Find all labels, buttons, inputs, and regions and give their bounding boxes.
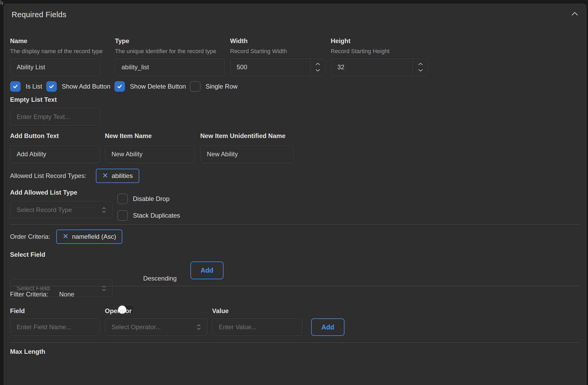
width-description: Record Starting Width (230, 48, 325, 55)
filter-field-group: Field (10, 307, 100, 336)
disable-drop-checkbox[interactable] (117, 194, 128, 204)
type-label: Type (115, 37, 225, 45)
add-allowed-list-type-label: Add Allowed List Type (10, 189, 77, 196)
new-item-name-group: New Item Name (105, 132, 195, 163)
name-input[interactable] (10, 58, 100, 76)
disable-drop-option[interactable]: Disable Drop (117, 194, 170, 204)
type-input[interactable] (115, 58, 225, 76)
single-row-checkbox[interactable] (190, 81, 200, 92)
namefield-asc-chip[interactable]: ✕ namefield (Asc) (56, 230, 122, 244)
name-description: The display name of the record type (10, 48, 100, 55)
operator-select-placeholder: Select Operator... (111, 323, 161, 331)
type-description: The unique identifier for the record typ… (115, 48, 225, 55)
new-item-unidentified-name-label: New Item Unidentified Name (200, 132, 294, 140)
remove-chip-icon[interactable]: ✕ (63, 233, 69, 240)
order-criteria-label: Order Criteria: (10, 233, 50, 240)
filter-value-input[interactable] (212, 318, 302, 336)
record-type-select-placeholder: Select Record Type (17, 206, 72, 214)
filter-field-label: Field (10, 307, 100, 315)
divider (10, 224, 579, 225)
operator-select[interactable]: Select Operator... (105, 318, 207, 336)
new-item-name-input[interactable] (105, 145, 195, 163)
filter-field-input[interactable] (10, 318, 100, 336)
mouse-cursor-icon (0, 0, 4, 6)
chip-label: abilities (112, 172, 133, 180)
select-caret-icon (102, 207, 106, 213)
filter-operator-group: Operator Select Operator... (105, 307, 207, 336)
disable-drop-label: Disable Drop (133, 195, 170, 203)
chevron-up-icon (571, 11, 578, 16)
filter-operator-label: Operator (105, 307, 207, 315)
order-criteria-row: Order Criteria: ✕ namefield (Asc) (10, 230, 122, 244)
single-row-label: Single Row (206, 83, 237, 90)
show-delete-button-label: Show Delete Button (130, 83, 186, 90)
filter-value-label: Value (212, 307, 302, 315)
chip-label: namefield (Asc) (72, 233, 116, 240)
new-item-name-label: New Item Name (105, 132, 195, 140)
add-filter-criteria-button[interactable]: Add (311, 318, 344, 336)
required-fields-panel: Required Fields Name The display name of… (4, 4, 586, 385)
empty-list-text-input[interactable] (10, 108, 100, 126)
filter-criteria-value: None (59, 291, 74, 298)
divider (10, 286, 579, 286)
stepper-down-icon[interactable] (418, 69, 423, 72)
panel-title: Required Fields (12, 10, 67, 19)
filter-value-group: Value (212, 307, 302, 336)
width-stepper[interactable] (310, 58, 325, 76)
stepper-down-icon[interactable] (315, 69, 320, 72)
show-add-button-label: Show Add Button (62, 83, 110, 90)
record-type-select[interactable]: Select Record Type (10, 201, 113, 219)
is-list-label: Is List (26, 83, 42, 90)
check-icon (49, 84, 54, 89)
divider (10, 342, 579, 343)
show-add-button-option[interactable]: Show Add Button (46, 81, 110, 92)
filter-criteria-row: Filter Criteria: None (10, 291, 74, 298)
width-field-group: Width Record Starting Width (230, 37, 325, 76)
show-delete-button-option[interactable]: Show Delete Button (114, 81, 186, 92)
height-label: Height (331, 37, 428, 45)
stack-duplicates-label: Stack Duplicates (133, 212, 180, 219)
stack-duplicates-option[interactable]: Stack Duplicates (117, 210, 180, 221)
empty-list-text-group: Empty List Text (10, 96, 100, 126)
name-field-group: Name The display name of the record type (10, 37, 100, 76)
remove-chip-icon[interactable]: ✕ (102, 172, 108, 179)
collapse-section-button[interactable] (571, 11, 578, 17)
descending-label: Descending (143, 275, 177, 282)
height-field-group: Height Record Starting Height (331, 37, 428, 76)
show-delete-button-checkbox[interactable] (114, 81, 125, 92)
add-button-text-input[interactable] (10, 145, 100, 163)
height-stepper[interactable] (413, 58, 428, 76)
abilities-chip[interactable]: ✕ abilities (96, 169, 139, 183)
new-item-unidentified-name-group: New Item Unidentified Name (200, 132, 294, 163)
add-button-text-label: Add Button Text (10, 132, 100, 140)
height-description: Record Starting Height (331, 48, 428, 55)
width-label: Width (230, 37, 325, 45)
max-length-label: Max Length (10, 348, 45, 355)
stepper-up-icon[interactable] (315, 63, 320, 65)
check-icon (12, 84, 18, 89)
select-caret-icon (197, 324, 201, 330)
show-add-button-checkbox[interactable] (46, 81, 57, 92)
allowed-list-record-types-label: Allowed List Record Types: (10, 172, 86, 180)
filter-criteria-label: Filter Criteria: (10, 291, 48, 298)
options-row: Is List Show Add Button Show Delete Butt… (10, 81, 237, 92)
name-label: Name (10, 37, 100, 45)
is-list-option[interactable]: Is List (10, 81, 42, 92)
type-field-group: Type The unique identifier for the recor… (115, 37, 225, 76)
add-order-criteria-button[interactable]: Add (190, 262, 223, 279)
select-field-label: Select Field (10, 251, 45, 258)
check-icon (117, 84, 123, 89)
stack-duplicates-checkbox[interactable] (117, 210, 128, 221)
stepper-up-icon[interactable] (418, 63, 423, 65)
empty-list-text-label: Empty List Text (10, 96, 100, 103)
allowed-list-record-types-row: Allowed List Record Types: ✕ abilities (10, 169, 139, 183)
new-item-unidentified-name-input[interactable] (200, 145, 294, 163)
is-list-checkbox[interactable] (10, 81, 21, 92)
single-row-option[interactable]: Single Row (190, 81, 237, 92)
add-button-text-group: Add Button Text (10, 132, 100, 163)
